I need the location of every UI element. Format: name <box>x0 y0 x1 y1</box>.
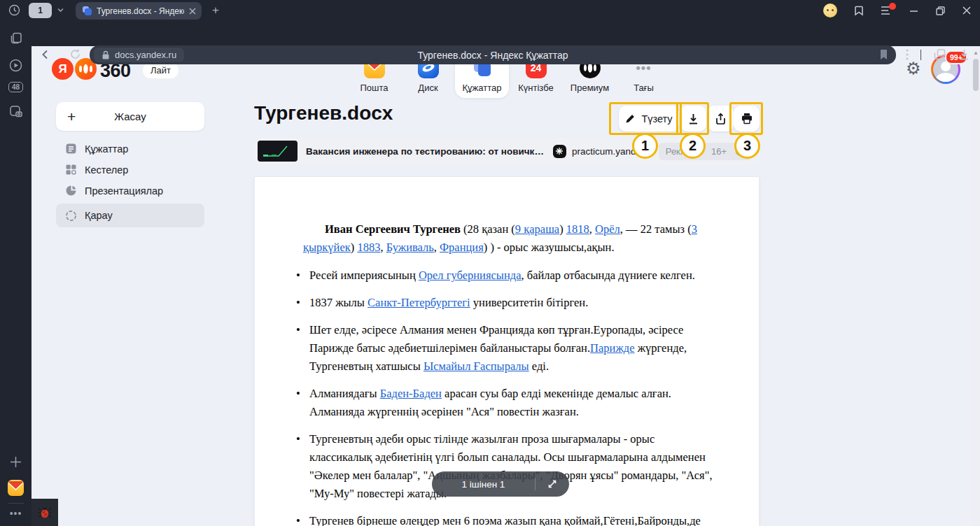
history-clock-icon[interactable] <box>8 4 20 16</box>
document-text: , — 22 тамыз ( <box>620 222 692 236</box>
document-link[interactable]: Орёл <box>595 222 620 236</box>
speed-badge[interactable]: 48 <box>0 82 31 92</box>
play-icon[interactable] <box>0 59 31 72</box>
document-link[interactable]: Буживаль <box>386 241 434 254</box>
rail-more-icon[interactable]: ••• <box>0 508 31 519</box>
sidebar-item-documents[interactable]: Құжаттар <box>56 138 204 159</box>
reload-icon[interactable] <box>69 48 81 60</box>
document-text: Алманиядағы <box>309 387 380 400</box>
menu-icon[interactable] <box>881 6 892 15</box>
url-chip[interactable]: docs.yandex.ru <box>94 48 184 62</box>
document-link[interactable]: Парижде <box>590 341 634 355</box>
doc-bullet: 1837 жылы Санкт-Петербургтегі университе… <box>293 294 714 312</box>
sidebar-label: Қарау <box>85 210 113 221</box>
age-rating: 16+ <box>711 146 727 157</box>
browser-side-rail: 48 ••• <box>0 0 31 526</box>
sidebar-label: Кестелер <box>85 164 128 176</box>
add-panel-icon[interactable] <box>0 456 31 468</box>
minimize-button[interactable] <box>909 6 919 16</box>
document-link[interactable]: Баден-Баден <box>380 387 442 400</box>
profile-emoji-icon[interactable] <box>823 3 837 17</box>
document-link[interactable]: Франция <box>440 241 484 254</box>
pencil-icon <box>625 113 636 124</box>
create-label: Жасау <box>56 111 204 122</box>
close-button[interactable] <box>962 6 972 15</box>
edit-label: Түзету <box>641 113 672 125</box>
document-text: (28 қазан ( <box>461 222 515 236</box>
share-button[interactable] <box>708 106 734 132</box>
document-text: ) <box>559 222 566 236</box>
mail-panel-icon[interactable] <box>0 480 31 496</box>
ad-thumbnail <box>258 141 298 162</box>
create-button[interactable]: + Жасау <box>56 102 204 131</box>
print-button[interactable] <box>734 106 760 132</box>
nav-label: Премиум <box>570 83 609 93</box>
document-text: 1837 жылы <box>309 296 368 309</box>
yandex-docs-app: Я 360 Лайт Пошта Диск Қ <box>31 46 972 526</box>
yandex-logo[interactable]: Я <box>52 58 74 80</box>
page-title: Тургенев.docx - Яндекс Құжаттар <box>90 50 896 61</box>
yandex-letter: Я <box>58 62 66 76</box>
bookmark-flag-icon[interactable] <box>879 49 888 60</box>
tab-group-badge[interactable]: 1 <box>29 3 52 18</box>
doc-bullet: Тургенев бірнеше өлеңдер мен 6 поэма жаз… <box>293 512 714 526</box>
document-link[interactable]: 1818 <box>566 222 589 236</box>
url-bar[interactable]: docs.yandex.ru Тургенев.docx - Яндекс Құ… <box>90 45 896 64</box>
expand-icon <box>547 478 558 490</box>
download-button[interactable] <box>680 106 706 132</box>
sidebar-item-view[interactable]: Қарау <box>56 204 204 227</box>
nav-label: Құжаттар <box>463 83 502 93</box>
download-icon <box>687 113 699 125</box>
document-text: еді. <box>529 360 549 373</box>
document-text: университетін бітірген. <box>470 296 589 309</box>
devices-tabs-icon[interactable] <box>933 48 946 61</box>
nav-label: Пошта <box>360 83 388 93</box>
page-indicator: 1 ішінен 1 <box>432 471 569 497</box>
practicum-logo-icon <box>553 145 566 158</box>
presentations-icon <box>65 185 77 197</box>
fullscreen-button[interactable] <box>536 478 569 490</box>
bug-extension-icon[interactable] <box>31 499 58 526</box>
tables-icon <box>65 164 77 176</box>
document-text: Тургенев бірнеше өлеңдер мен 6 поэма жаз… <box>309 514 701 526</box>
document-link[interactable]: 9 қараша <box>515 222 559 236</box>
rail-divider <box>0 503 31 504</box>
doc-intro: Иван Сергеевич Тургенев (28 қазан (9 қар… <box>303 220 714 257</box>
document-link[interactable]: 1883 <box>357 241 380 254</box>
bookmarks-panel-icon[interactable] <box>853 5 864 16</box>
screenshot-icon[interactable] <box>0 105 31 118</box>
docs-favicon-icon <box>83 6 92 15</box>
document-text: Иван Сергеевич Тургенев <box>325 222 461 236</box>
document-text: ) <box>351 241 358 254</box>
document-text: ) ) - орыс жазушысы,ақын. <box>484 241 615 254</box>
document-link[interactable]: Ысмайыл Ғаспыралы <box>424 360 529 373</box>
downloads-icon[interactable] <box>958 48 970 61</box>
active-tab[interactable]: Тургенев.docx - Яндекс <box>76 2 202 20</box>
lock-icon[interactable] <box>102 50 110 59</box>
nav-label: Диск <box>418 83 438 93</box>
document-text: , <box>380 241 386 254</box>
nav-label: Күнтізбе <box>518 83 553 93</box>
toolbar-divider <box>920 50 921 60</box>
scrollbar[interactable]: ▲ <box>972 46 980 526</box>
sidebar-item-presentations[interactable]: Презентациялар <box>56 180 204 201</box>
chevron-down-icon[interactable] <box>57 6 64 14</box>
doc-bullet: Шет елде, әсіресе Алмания менен Францияд… <box>293 321 714 376</box>
sidebar-item-tables[interactable]: Кестелер <box>56 159 204 180</box>
back-icon[interactable] <box>39 48 52 61</box>
new-tab-button[interactable]: + <box>208 3 223 18</box>
tab-bar: 1 Тургенев.docx - Яндекс + <box>0 0 980 21</box>
document-link[interactable]: Орел губерниясында <box>419 269 522 282</box>
document-link[interactable]: Санкт-Петербургтегі <box>368 296 470 309</box>
document-text: , <box>589 222 595 236</box>
doc-bullet: Алманиядағы Баден-Баден арасан суы бар е… <box>293 385 714 421</box>
tab-title: Тургенев.docx - Яндекс <box>97 6 184 16</box>
restore-button[interactable] <box>935 6 946 16</box>
address-bar: docs.yandex.ru Тургенев.docx - Яндекс Құ… <box>0 21 980 46</box>
extensions-dots-icon[interactable] <box>906 49 909 60</box>
browser-window: 48 ••• 1 Тургенев.docx - Яндекс <box>0 0 980 526</box>
edit-button[interactable]: Түзету <box>619 106 679 132</box>
close-tab-icon[interactable] <box>189 8 196 15</box>
sidebar-label: Презентациялар <box>85 185 163 197</box>
view-icon <box>65 210 77 222</box>
